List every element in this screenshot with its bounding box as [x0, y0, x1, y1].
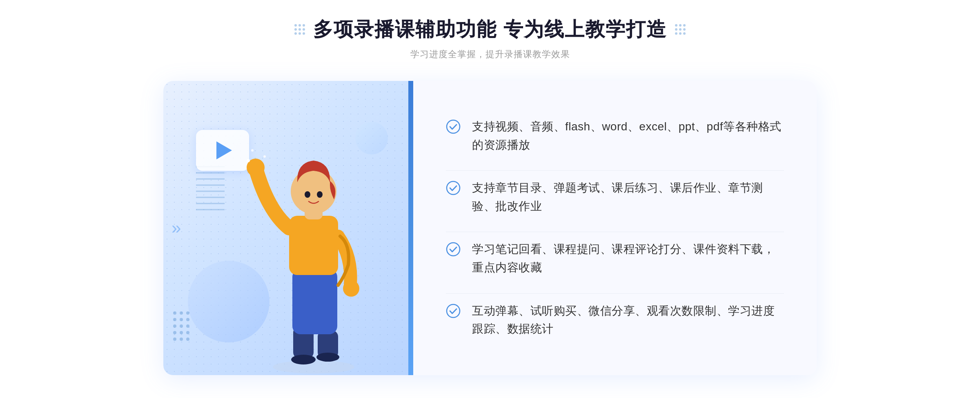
- feature-text-3: 学习笔记回看、课程提问、课程评论打分、课件资料下载，重点内容收藏: [472, 240, 784, 277]
- svg-point-27: [173, 318, 176, 321]
- page-container: 多项录播课辅助功能 专为线上教学打造 学习进度全掌握，提升录播课教学效果: [0, 16, 980, 375]
- feature-item-3: 学习笔记回看、课程提问、课程评论打分、课件资料下载，重点内容收藏: [446, 232, 784, 285]
- right-dots-decoration: [675, 24, 686, 35]
- feature-text-4: 互动弹幕、试听购买、微信分享、观看次数限制、学习进度跟踪、数据统计: [472, 302, 784, 339]
- svg-point-8: [273, 360, 354, 373]
- svg-point-19: [305, 191, 310, 198]
- svg-point-31: [180, 324, 183, 328]
- svg-point-23: [251, 149, 254, 152]
- content-card: »: [163, 81, 817, 375]
- svg-point-21: [247, 159, 250, 162]
- svg-point-34: [180, 331, 183, 334]
- check-icon-4: [446, 304, 461, 318]
- svg-point-40: [447, 181, 460, 195]
- feature-item-4: 互动弹幕、试听购买、微信分享、观看次数限制、学习进度跟踪、数据统计: [446, 293, 784, 347]
- svg-point-12: [316, 353, 339, 362]
- svg-point-29: [186, 318, 189, 321]
- svg-point-26: [186, 311, 189, 315]
- left-dots-decoration: [294, 24, 305, 35]
- feature-text-2: 支持章节目录、弹题考试、课后练习、课后作业、章节测验、批改作业: [472, 179, 784, 216]
- deco-dots-bottom: [172, 310, 196, 342]
- svg-point-30: [173, 324, 176, 328]
- svg-point-18: [291, 168, 336, 214]
- svg-point-11: [291, 355, 316, 364]
- page-left-arrow[interactable]: »: [172, 218, 181, 238]
- header-section: 多项录播课辅助功能 专为线上教学打造 学习进度全掌握，提升录播课教学效果: [294, 16, 685, 60]
- svg-point-32: [186, 324, 189, 328]
- svg-rect-13: [292, 269, 337, 334]
- play-icon: [216, 141, 232, 159]
- blue-separator-bar: [408, 81, 413, 375]
- illustration-area: »: [163, 81, 408, 375]
- svg-point-16: [343, 280, 359, 297]
- svg-point-38: [186, 338, 189, 341]
- feature-item-2: 支持章节目录、弹题考试、课后练习、课后作业、章节测验、批改作业: [446, 170, 784, 224]
- speech-bubble: [196, 130, 249, 171]
- main-title: 多项录播课辅助功能 专为线上教学打造: [313, 16, 666, 42]
- svg-point-42: [447, 304, 460, 318]
- svg-point-28: [180, 318, 183, 321]
- features-area: 支持视频、音频、flash、word、excel、ppt、pdf等各种格式的资源…: [413, 81, 817, 375]
- svg-point-37: [180, 338, 183, 341]
- svg-point-39: [447, 120, 460, 133]
- svg-point-36: [173, 338, 176, 341]
- check-icon-2: [446, 181, 461, 195]
- feature-item-1: 支持视频、音频、flash、word、excel、ppt、pdf等各种格式的资源…: [446, 110, 784, 163]
- svg-point-35: [186, 331, 189, 334]
- svg-point-24: [173, 311, 176, 315]
- svg-point-22: [263, 155, 266, 158]
- check-icon-3: [446, 242, 461, 257]
- check-icon-1: [446, 119, 461, 134]
- feature-text-1: 支持视频、音频、flash、word、excel、ppt、pdf等各种格式的资源…: [472, 118, 784, 154]
- svg-rect-14: [289, 216, 338, 275]
- svg-point-33: [173, 331, 176, 334]
- person-illustration: [244, 138, 383, 375]
- subtitle: 学习进度全掌握，提升录播课教学效果: [410, 48, 570, 60]
- title-row: 多项录播课辅助功能 专为线上教学打造: [294, 16, 685, 42]
- svg-point-20: [317, 191, 323, 198]
- svg-point-41: [447, 243, 460, 256]
- svg-point-25: [180, 311, 183, 315]
